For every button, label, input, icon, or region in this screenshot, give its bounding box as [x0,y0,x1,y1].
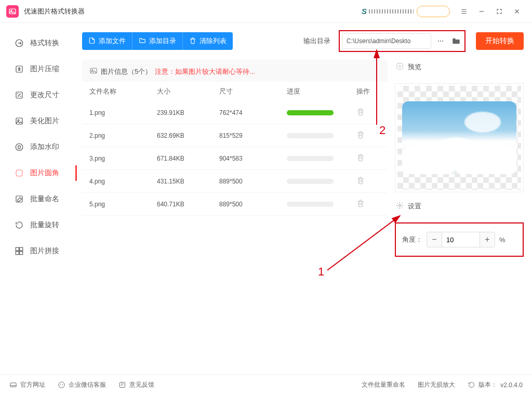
minimize-button[interactable] [473,3,490,20]
delete-icon[interactable] [356,153,365,162]
sidebar-item-watermark[interactable]: 添加水印 [0,134,77,160]
cell-op [354,199,380,209]
add-file-button[interactable]: 添加文件 [82,32,132,50]
preview-box [395,83,524,192]
sidebar-item-convert[interactable]: 格式转换 [0,30,77,56]
preview-image [402,101,516,174]
angle-increment[interactable]: + [480,232,495,247]
svg-point-24 [60,384,61,385]
beautify-icon [15,116,24,126]
table-row: 5.png640.71KB889*500 [82,193,388,216]
files-warning: 注意：如果图片较大请耐心等待... [155,67,255,76]
svg-point-15 [440,41,441,42]
output-highlight-box [339,30,466,52]
sidebar-item-stitch[interactable]: 图片拼接 [0,238,77,264]
svg-rect-11 [20,247,23,251]
sidebar-label: 图片拼接 [30,246,59,256]
app-logo [6,5,19,18]
more-button[interactable] [434,35,447,47]
start-button[interactable]: 开始转换 [476,32,524,50]
sidebar-item-resize[interactable]: 更改尺寸 [0,82,77,108]
sidebar-item-rename[interactable]: 批量命名 [0,186,77,212]
footer-batch-rename[interactable]: 文件批量重命名 [362,380,405,389]
rotate-icon [15,220,24,230]
browse-folder-button[interactable] [450,35,462,47]
cell-size: 632.69KB [157,132,219,139]
footer-feedback[interactable]: 意见反馈 [118,380,154,389]
cell-name: 1.png [89,109,157,116]
delete-icon[interactable] [356,176,365,185]
sidebar-label: 图片圆角 [30,168,59,178]
cell-dim: 762*474 [219,109,287,116]
delete-icon[interactable] [356,130,365,139]
sidebar-item-round-corner[interactable]: 图片圆角 [0,160,77,186]
sidebar-label: 图片压缩 [30,64,59,74]
angle-unit: % [499,236,506,244]
toolbar: 添加文件 添加目录 清除列表 输出目录 开始转换 [82,30,524,52]
refresh-icon [468,381,475,389]
wechat-icon [58,381,65,389]
angle-input[interactable] [442,232,480,247]
angle-stepper: − + [427,232,495,247]
svg-rect-5 [16,118,22,124]
files-panel: 图片信息（5个） 注意：如果图片较大请耐心等待... 文件名称 大小 尺寸 进度… [82,59,388,374]
svg-rect-10 [16,247,19,251]
convert-icon [15,38,24,48]
compress-icon [15,64,24,74]
svg-rect-12 [16,252,19,255]
cell-op [354,130,380,140]
col-prog: 进度 [287,87,354,96]
sidebar: 格式转换 图片压缩 更改尺寸 美化图片 添加水印 图片圆角 批量命名 批量旋转 [0,23,77,374]
cell-name: 2.png [89,132,157,139]
cell-size: 640.71KB [157,201,219,208]
sidebar-label: 格式转换 [30,38,59,48]
svg-point-25 [62,384,63,385]
menu-button[interactable] [455,3,473,20]
cell-size: 431.15KB [157,178,219,185]
svg-point-7 [16,143,23,151]
watermark-icon [15,142,24,152]
cell-name: 4.png [89,178,157,185]
footer-lossless[interactable]: 图片无损放大 [418,380,455,389]
delete-icon[interactable] [356,199,365,207]
add-folder-button[interactable]: 添加目录 [132,32,182,50]
cell-name: 5.png [89,201,157,208]
table-header: 文件名称 大小 尺寸 进度 操作 [82,82,388,101]
settings-title: 设置 [395,199,524,216]
cell-prog [287,156,354,161]
stitch-icon [15,246,24,256]
file-icon [88,37,96,46]
maximize-button[interactable] [490,3,508,20]
svg-rect-26 [120,383,125,388]
table-body: 1.png239.91KB762*4742.png632.69KB815*529… [82,101,388,374]
cell-size: 671.84KB [157,155,219,162]
svg-point-20 [399,65,401,68]
cell-prog [287,179,354,184]
footer-wechat[interactable]: 企业微信客服 [58,380,106,389]
svg-point-23 [59,382,64,388]
image-icon [89,67,98,76]
sidebar-item-rotate[interactable]: 批量旋转 [0,212,77,238]
angle-decrement[interactable]: − [427,232,442,247]
svg-point-21 [399,205,401,207]
svg-point-16 [442,41,443,42]
feedback-icon [118,381,126,389]
sidebar-label: 添加水印 [30,142,59,152]
clear-list-button[interactable]: 清除列表 [182,32,233,50]
footer-official[interactable]: 官方网址 [9,380,45,389]
delete-icon[interactable] [356,108,365,116]
close-button[interactable] [508,3,526,20]
account-pill[interactable] [417,6,450,17]
cell-prog [287,202,354,207]
output-path-input[interactable] [342,33,431,49]
sidebar-label: 批量旋转 [30,220,59,230]
cell-op [354,176,380,186]
cell-dim: 889*500 [219,201,287,208]
table-row: 3.png671.84KB904*583 [82,147,388,170]
footer-version[interactable]: 版本：v2.0.4.0 [468,380,523,389]
preview-title: 预览 [395,59,524,77]
col-op: 操作 [354,87,380,96]
sidebar-label: 批量命名 [30,194,59,204]
sidebar-item-beautify[interactable]: 美化图片 [0,108,77,134]
sidebar-item-compress[interactable]: 图片压缩 [0,56,77,82]
